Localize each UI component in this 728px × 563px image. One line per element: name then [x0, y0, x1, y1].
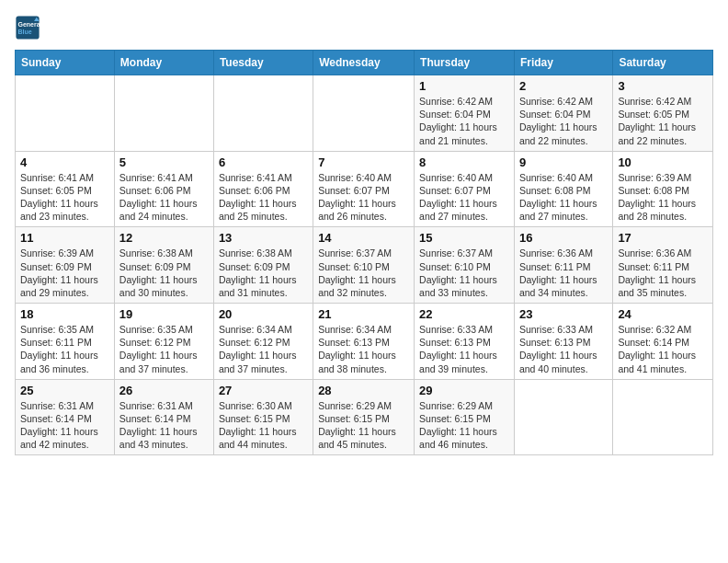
day-info: Sunrise: 6:41 AM Sunset: 6:05 PM Dayligh… [20, 171, 109, 224]
day-info: Sunrise: 6:29 AM Sunset: 6:15 PM Dayligh… [419, 399, 509, 452]
day-number: 24 [618, 307, 708, 321]
week-row-4: 18Sunrise: 6:35 AM Sunset: 6:11 PM Dayli… [16, 304, 713, 380]
calendar-cell: 1Sunrise: 6:42 AM Sunset: 6:04 PM Daylig… [415, 75, 515, 152]
day-info: Sunrise: 6:31 AM Sunset: 6:14 PM Dayligh… [20, 399, 109, 452]
day-number: 21 [318, 307, 409, 321]
day-number: 16 [519, 231, 608, 245]
day-number: 13 [219, 231, 308, 245]
calendar-cell: 28Sunrise: 6:29 AM Sunset: 6:15 PM Dayli… [313, 379, 415, 455]
week-row-1: 1Sunrise: 6:42 AM Sunset: 6:04 PM Daylig… [16, 75, 713, 152]
day-number: 26 [119, 384, 209, 397]
calendar-cell: 7Sunrise: 6:40 AM Sunset: 6:07 PM Daylig… [313, 151, 415, 227]
calendar-cell: 27Sunrise: 6:30 AM Sunset: 6:15 PM Dayli… [213, 379, 313, 455]
day-info: Sunrise: 6:38 AM Sunset: 6:09 PM Dayligh… [119, 247, 209, 299]
day-info: Sunrise: 6:39 AM Sunset: 6:08 PM Dayligh… [618, 171, 708, 224]
day-info: Sunrise: 6:40 AM Sunset: 6:08 PM Dayligh… [519, 171, 608, 224]
day-info: Sunrise: 6:33 AM Sunset: 6:13 PM Dayligh… [519, 323, 608, 375]
day-info: Sunrise: 6:32 AM Sunset: 6:14 PM Dayligh… [618, 323, 708, 375]
calendar-table: SundayMondayTuesdayWednesdayThursdayFrid… [15, 50, 713, 455]
weekday-header-sunday: Sunday [16, 51, 115, 75]
calendar-cell: 18Sunrise: 6:35 AM Sunset: 6:11 PM Dayli… [16, 304, 115, 380]
day-number: 29 [419, 384, 509, 397]
calendar-cell: 8Sunrise: 6:40 AM Sunset: 6:07 PM Daylig… [415, 151, 515, 227]
calendar-cell: 9Sunrise: 6:40 AM Sunset: 6:08 PM Daylig… [514, 151, 612, 227]
day-number: 15 [419, 231, 509, 245]
calendar-cell: 13Sunrise: 6:38 AM Sunset: 6:09 PM Dayli… [213, 227, 313, 304]
calendar-cell [213, 75, 313, 152]
day-number: 18 [20, 307, 109, 321]
day-info: Sunrise: 6:40 AM Sunset: 6:07 PM Dayligh… [318, 171, 409, 224]
weekday-header-tuesday: Tuesday [213, 51, 313, 75]
svg-text:Blue: Blue [18, 29, 32, 35]
day-number: 1 [419, 79, 509, 93]
day-number: 20 [219, 307, 308, 321]
logo-icon: General Blue [15, 15, 40, 40]
day-number: 25 [20, 384, 109, 397]
day-number: 8 [419, 155, 509, 169]
calendar-cell: 21Sunrise: 6:34 AM Sunset: 6:13 PM Dayli… [313, 304, 415, 380]
day-info: Sunrise: 6:42 AM Sunset: 6:05 PM Dayligh… [618, 95, 708, 147]
day-number: 17 [618, 231, 708, 245]
calendar-cell: 15Sunrise: 6:37 AM Sunset: 6:10 PM Dayli… [415, 227, 515, 304]
day-info: Sunrise: 6:42 AM Sunset: 6:04 PM Dayligh… [419, 95, 509, 147]
calendar-cell: 17Sunrise: 6:36 AM Sunset: 6:11 PM Dayli… [613, 227, 713, 304]
calendar-cell: 12Sunrise: 6:38 AM Sunset: 6:09 PM Dayli… [114, 227, 213, 304]
day-number: 12 [119, 231, 209, 245]
day-info: Sunrise: 6:42 AM Sunset: 6:04 PM Dayligh… [519, 95, 608, 147]
day-info: Sunrise: 6:35 AM Sunset: 6:12 PM Dayligh… [119, 323, 209, 375]
day-info: Sunrise: 6:39 AM Sunset: 6:09 PM Dayligh… [20, 247, 109, 299]
calendar-cell [313, 75, 415, 152]
calendar-cell: 25Sunrise: 6:31 AM Sunset: 6:14 PM Dayli… [16, 379, 115, 455]
day-info: Sunrise: 6:29 AM Sunset: 6:15 PM Dayligh… [318, 399, 409, 452]
day-number: 6 [219, 155, 308, 169]
weekday-header-thursday: Thursday [415, 51, 515, 75]
calendar-cell [16, 75, 115, 152]
day-info: Sunrise: 6:31 AM Sunset: 6:14 PM Dayligh… [119, 399, 209, 452]
svg-text:General: General [18, 21, 41, 28]
day-number: 9 [519, 155, 608, 169]
day-info: Sunrise: 6:36 AM Sunset: 6:11 PM Dayligh… [519, 247, 608, 299]
calendar-cell: 4Sunrise: 6:41 AM Sunset: 6:05 PM Daylig… [16, 151, 115, 227]
day-number: 27 [219, 384, 308, 397]
calendar-cell: 26Sunrise: 6:31 AM Sunset: 6:14 PM Dayli… [114, 379, 213, 455]
weekday-header-friday: Friday [514, 51, 612, 75]
day-number: 7 [318, 155, 409, 169]
day-info: Sunrise: 6:36 AM Sunset: 6:11 PM Dayligh… [618, 247, 708, 299]
logo: General Blue [15, 15, 44, 40]
calendar-cell: 23Sunrise: 6:33 AM Sunset: 6:13 PM Dayli… [514, 304, 612, 380]
day-info: Sunrise: 6:35 AM Sunset: 6:11 PM Dayligh… [20, 323, 109, 375]
day-number: 2 [519, 79, 608, 93]
calendar-cell: 24Sunrise: 6:32 AM Sunset: 6:14 PM Dayli… [613, 304, 713, 380]
calendar-cell: 11Sunrise: 6:39 AM Sunset: 6:09 PM Dayli… [16, 227, 115, 304]
calendar-cell: 14Sunrise: 6:37 AM Sunset: 6:10 PM Dayli… [313, 227, 415, 304]
week-row-2: 4Sunrise: 6:41 AM Sunset: 6:05 PM Daylig… [16, 151, 713, 227]
week-row-5: 25Sunrise: 6:31 AM Sunset: 6:14 PM Dayli… [16, 379, 713, 455]
day-number: 11 [20, 231, 109, 245]
day-info: Sunrise: 6:30 AM Sunset: 6:15 PM Dayligh… [219, 399, 308, 452]
weekday-header-wednesday: Wednesday [313, 51, 415, 75]
day-info: Sunrise: 6:41 AM Sunset: 6:06 PM Dayligh… [119, 171, 209, 224]
day-number: 28 [318, 384, 409, 397]
day-info: Sunrise: 6:34 AM Sunset: 6:12 PM Dayligh… [219, 323, 308, 375]
calendar-cell: 29Sunrise: 6:29 AM Sunset: 6:15 PM Dayli… [415, 379, 515, 455]
day-number: 22 [419, 307, 509, 321]
calendar-cell [114, 75, 213, 152]
day-number: 3 [618, 79, 708, 93]
day-info: Sunrise: 6:37 AM Sunset: 6:10 PM Dayligh… [419, 247, 509, 299]
calendar-cell: 16Sunrise: 6:36 AM Sunset: 6:11 PM Dayli… [514, 227, 612, 304]
weekday-header-saturday: Saturday [613, 51, 713, 75]
calendar-cell: 3Sunrise: 6:42 AM Sunset: 6:05 PM Daylig… [613, 75, 713, 152]
day-info: Sunrise: 6:40 AM Sunset: 6:07 PM Dayligh… [419, 171, 509, 224]
day-number: 19 [119, 307, 209, 321]
calendar-cell: 20Sunrise: 6:34 AM Sunset: 6:12 PM Dayli… [213, 304, 313, 380]
day-info: Sunrise: 6:33 AM Sunset: 6:13 PM Dayligh… [419, 323, 509, 375]
weekday-header-row: SundayMondayTuesdayWednesdayThursdayFrid… [16, 51, 713, 75]
calendar-cell: 2Sunrise: 6:42 AM Sunset: 6:04 PM Daylig… [514, 75, 612, 152]
page-header: General Blue [15, 15, 713, 44]
day-number: 10 [618, 155, 708, 169]
day-info: Sunrise: 6:41 AM Sunset: 6:06 PM Dayligh… [219, 171, 308, 224]
calendar-cell: 19Sunrise: 6:35 AM Sunset: 6:12 PM Dayli… [114, 304, 213, 380]
day-info: Sunrise: 6:34 AM Sunset: 6:13 PM Dayligh… [318, 323, 409, 375]
day-number: 4 [20, 155, 109, 169]
calendar-cell: 22Sunrise: 6:33 AM Sunset: 6:13 PM Dayli… [415, 304, 515, 380]
